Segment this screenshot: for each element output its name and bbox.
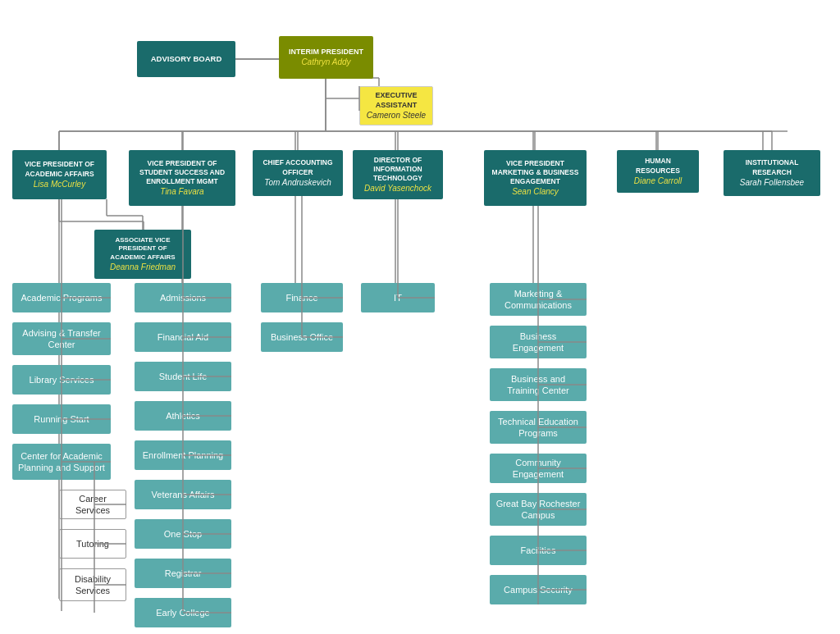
chief-accounting-box: CHIEF ACCOUNTING OFFICER Tom Andruskevic… <box>253 150 343 196</box>
advisory-board-box: Advisory Board <box>137 41 235 77</box>
great-bay-rochester-box: Great Bay Rochester Campus <box>490 493 587 526</box>
disability-services-box: Disability Services <box>59 568 126 601</box>
running-start-box: Running Start <box>12 404 111 434</box>
advising-transfer-box: Advising & Transfer Center <box>12 322 111 355</box>
vp-marketing-box: VICE PRESIDENT MARKETING & BUSINESS ENGA… <box>484 150 587 206</box>
tutoring-box: Tutoring <box>59 529 126 559</box>
student-life-box: Student Life <box>135 362 231 391</box>
campus-security-box: Campus Security <box>490 575 587 604</box>
facilities-box: Facilities <box>490 536 587 565</box>
hr-box: HUMAN RESOURCES Diane Carroll <box>617 150 699 193</box>
registrar-box: Registrar <box>135 559 231 588</box>
career-services-box: Career Services <box>59 490 126 519</box>
enrollment-planning-box: Enrollment Planning <box>135 440 231 470</box>
director-it-box: DIRECTOR of INFORMATION TECHNOLOGY David… <box>353 150 443 199</box>
vp-student-box: VICE PRESIDENT OF STUDENT SUCCESS AND EN… <box>129 150 235 206</box>
community-engagement-box: Community Engagement <box>490 454 587 483</box>
business-training-box: Business and Training Center <box>490 368 587 401</box>
interim-president-box: INTERIM PRESIDENT Cathryn Addy <box>279 36 373 79</box>
assoc-vp-academic-box: ASSOCIATE VICE PRESIDENT OF ACADEMIC AFF… <box>94 230 191 279</box>
library-services-box: Library Services <box>12 365 111 395</box>
veterans-affairs-box: Veterans Affairs <box>135 480 231 509</box>
business-engagement-box: Business Engagement <box>490 326 587 358</box>
academic-programs-box: Academic Programs <box>12 283 111 312</box>
finance-box: Finance <box>261 283 343 312</box>
institutional-research-box: INSTITUTIONAL RESEARCH Sarah Follensbee <box>724 150 820 196</box>
org-chart: Advisory Board INTERIM PRESIDENT Cathryn… <box>0 0 840 634</box>
financial-aid-box: Financial Aid <box>135 322 231 352</box>
admissions-box: Admissions <box>135 283 231 312</box>
vp-academic-box: VICE PRESIDENT OF ACADEMIC AFFAIRS Lisa … <box>12 150 107 199</box>
business-office-box: Business Office <box>261 322 343 352</box>
technical-education-box: Technical Education Programs <box>490 411 587 444</box>
athletics-box: Athletics <box>135 401 231 431</box>
it-box: IT <box>361 283 435 312</box>
early-college-box: Early College <box>135 598 231 627</box>
center-academic-box: Center for Academic Planning and Support <box>12 444 111 480</box>
one-stop-box: One Stop <box>135 519 231 549</box>
exec-assistant-box: Executive Assistant Cameron Steele <box>359 86 433 125</box>
marketing-comm-box: Marketing & Communications <box>490 283 587 316</box>
